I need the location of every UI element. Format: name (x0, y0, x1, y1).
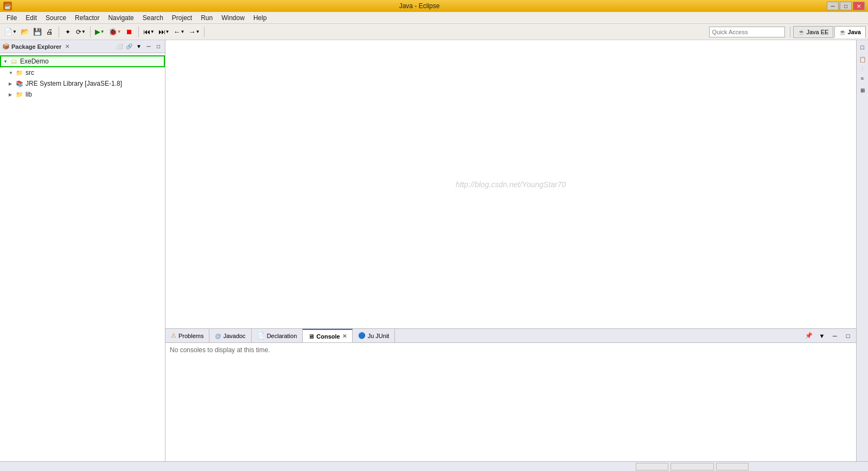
tab-declaration-label: Declaration (267, 333, 297, 339)
tree-area: ▼ 🗂 ExeDemo ▼ 📁 src ▶ 📚 JRE System Libra… (0, 53, 165, 461)
tab-javadoc[interactable]: @ Javadoc (209, 329, 251, 342)
tree-arrow-jre: ▶ (9, 81, 15, 86)
tab-problems[interactable]: ⚠ Problems (165, 329, 209, 342)
toolbar-forward-btn[interactable]: →▼ (187, 26, 201, 39)
sidebar-btn-4[interactable]: ⊞ (858, 85, 867, 95)
package-explorer-close-icon[interactable]: ✕ (65, 43, 69, 49)
console-content: No consoles to display at this time. (165, 343, 856, 461)
editor-watermark: http://blog.csdn.net/YoungStar70 (456, 180, 566, 189)
app-icon: ☕ (3, 2, 12, 10)
toolbar-sep-1 (59, 27, 59, 37)
tree-item-src[interactable]: ▼ 📁 src (0, 67, 165, 78)
menu-navigate[interactable]: Navigate (104, 13, 138, 23)
bottom-tabs-bar: ⚠ Problems @ Javadoc 📄 Declaration 🖥 (165, 329, 856, 343)
console-maximize-btn[interactable]: □ (842, 329, 854, 342)
left-and-center: 📦 Package Explorer ✕ ⬜ 🔗 ▼ ─ □ ▼ 🗂 (0, 40, 856, 461)
toolbar-print-btn[interactable]: 🖨 (44, 26, 56, 39)
panel-menu-btn[interactable]: ▼ (135, 42, 143, 51)
java-ee-icon: ☕ (798, 29, 805, 35)
tab-console-label: Console (316, 333, 340, 340)
close-button[interactable]: ✕ (853, 2, 865, 10)
toolbar-next-btn[interactable]: ⏭▼ (157, 26, 171, 39)
menu-search[interactable]: Search (138, 13, 168, 23)
content-area: 📦 Package Explorer ✕ ⬜ 🔗 ▼ ─ □ ▼ 🗂 (0, 40, 868, 461)
toolbar-debug-btn[interactable]: 🐞▼ (107, 26, 123, 39)
tab-junit[interactable]: 🔵 Ju JUnit (353, 329, 395, 342)
package-explorer-title: Package Explorer (11, 43, 61, 50)
toolbar-new-btn[interactable]: 📄▼ (2, 26, 18, 39)
toolbar-sep-5 (790, 27, 790, 37)
menu-source[interactable]: Source (41, 13, 71, 23)
tree-label-src: src (25, 69, 34, 77)
package-explorer-icon: 📦 (2, 43, 10, 50)
bottom-tabs-list: ⚠ Problems @ Javadoc 📄 Declaration 🖥 (165, 329, 395, 342)
toolbar-group-nav: ⏮▼ ⏭▼ ←▼ →▼ (142, 26, 202, 39)
toolbar-btn-g2-2[interactable]: ⟳▼ (74, 26, 87, 39)
menu-edit[interactable]: Edit (21, 13, 41, 23)
sidebar-icon-3: ≈ (861, 75, 864, 81)
toolbar-group-run: ▶▼ 🐞▼ ⏹ (93, 26, 136, 39)
editor-area[interactable]: http://blog.csdn.net/YoungStar70 (165, 40, 856, 328)
collapse-all-btn[interactable]: ⬜ (115, 42, 124, 51)
toolbar-run-btn[interactable]: ▶▼ (93, 26, 106, 39)
perspective-java-label: Java (848, 29, 861, 35)
sidebar-icon-4: ⊞ (860, 87, 865, 93)
center-column: http://blog.csdn.net/YoungStar70 ⚠ Probl… (165, 40, 856, 461)
tab-console[interactable]: 🖥 Console ✕ (303, 329, 352, 342)
perspective-java-btn[interactable]: ☕ Java (834, 26, 866, 38)
status-btn-3[interactable] (716, 463, 749, 470)
window-controls[interactable]: ─ □ ✕ (827, 2, 865, 10)
java-icon: ☕ (839, 29, 846, 35)
menu-window[interactable]: Window (217, 13, 249, 23)
menu-file[interactable]: File (2, 13, 21, 23)
quick-access-input[interactable] (709, 27, 785, 37)
tree-item-lib[interactable]: ▶ 📁 lib (0, 89, 165, 100)
project-icon: 🗂 (10, 57, 18, 66)
bottom-tabs-controls: 📌 ▼ ─ □ (803, 329, 856, 342)
menu-help[interactable]: Help (249, 13, 271, 23)
toolbar-stop-btn[interactable]: ⏹ (124, 26, 136, 39)
toolbar-btn-g2-1[interactable]: ✦ (62, 26, 74, 39)
perspective-javaee-label: Java EE (806, 29, 828, 35)
tree-item-exedemo[interactable]: ▼ 🗂 ExeDemo (0, 55, 165, 67)
menu-project[interactable]: Project (168, 13, 196, 23)
status-btn-2[interactable] (671, 463, 714, 470)
toolbar-open-btn[interactable]: 📂 (19, 26, 31, 39)
toolbar-back-btn[interactable]: ←▼ (172, 26, 187, 39)
console-menu-icon: ▼ (819, 333, 825, 339)
toolbar-save-btn[interactable]: 💾 (31, 26, 43, 39)
sidebar-btn-3[interactable]: ≈ (858, 73, 867, 83)
console-minimize-btn[interactable]: ─ (829, 329, 841, 342)
lib-icon: 📁 (15, 90, 24, 99)
package-explorer-header: 📦 Package Explorer ✕ ⬜ 🔗 ▼ ─ □ (0, 40, 165, 53)
src-icon: 📁 (15, 68, 24, 77)
restore-button[interactable]: □ (840, 2, 852, 10)
sidebar-btn-1[interactable]: □ (858, 42, 867, 52)
toolbar-sep-4 (204, 27, 205, 37)
toolbar-group-2: ✦ ⟳▼ (62, 26, 87, 39)
javadoc-icon: @ (215, 333, 221, 339)
tree-label-jre: JRE System Library [JavaSE-1.8] (25, 80, 122, 87)
tab-declaration[interactable]: 📄 Declaration (252, 329, 303, 342)
title-bar: ☕ Java - Eclipse ─ □ ✕ (0, 0, 868, 12)
console-menu-btn[interactable]: ▼ (816, 329, 828, 342)
tab-problems-label: Problems (178, 333, 203, 339)
menu-refactor[interactable]: Refactor (71, 13, 104, 23)
status-bar (0, 461, 868, 471)
panel-maximize-btn[interactable]: □ (154, 42, 163, 51)
menu-run[interactable]: Run (196, 13, 217, 23)
link-editor-btn[interactable]: 🔗 (125, 42, 133, 51)
panel-minimize-btn[interactable]: ─ (144, 42, 153, 51)
console-pin-btn[interactable]: 📌 (803, 329, 815, 342)
window-title: Java - Eclipse (12, 2, 827, 10)
perspective-javaee-btn[interactable]: ☕ Java EE (793, 26, 833, 38)
toolbar-prev-btn[interactable]: ⏮▼ (142, 26, 156, 39)
minimize-button[interactable]: ─ (827, 2, 839, 10)
sidebar-btn-2[interactable]: 📋 (858, 54, 867, 64)
status-btn-1[interactable] (636, 463, 668, 470)
console-tab-close[interactable]: ✕ (342, 333, 347, 339)
right-sidebar: □ 📋 ⋮ ≈ ⊞ (856, 40, 868, 461)
tree-item-jre[interactable]: ▶ 📚 JRE System Library [JavaSE-1.8] (0, 78, 165, 89)
tree-arrow-exedemo: ▼ (3, 59, 10, 64)
problems-icon: ⚠ (171, 332, 176, 339)
